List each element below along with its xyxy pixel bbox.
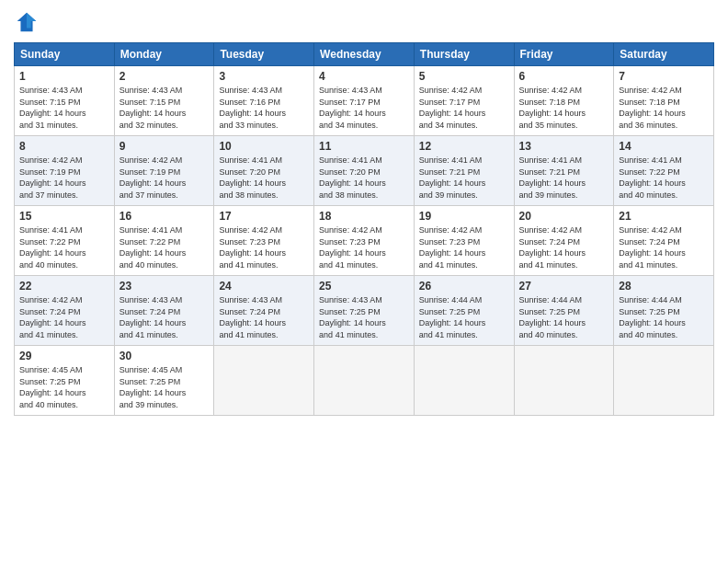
day-number: 2	[119, 70, 210, 83]
day-number: 27	[519, 280, 609, 293]
day-info: Sunrise: 4:43 AM Sunset: 7:15 PM Dayligh…	[119, 85, 210, 131]
calendar-cell: 8Sunrise: 4:42 AM Sunset: 7:19 PM Daylig…	[15, 136, 115, 206]
calendar-cell: 28Sunrise: 4:44 AM Sunset: 7:25 PM Dayli…	[614, 276, 714, 346]
calendar-table: SundayMondayTuesdayWednesdayThursdayFrid…	[14, 42, 714, 416]
day-number: 13	[519, 140, 609, 153]
day-number: 7	[619, 70, 709, 83]
calendar-cell: 7Sunrise: 4:42 AM Sunset: 7:18 PM Daylig…	[614, 66, 714, 136]
day-info: Sunrise: 4:45 AM Sunset: 7:25 PM Dayligh…	[119, 364, 210, 410]
calendar-cell	[414, 346, 514, 416]
calendar-header-row: SundayMondayTuesdayWednesdayThursdayFrid…	[15, 43, 714, 66]
day-number: 20	[519, 210, 609, 223]
day-info: Sunrise: 4:43 AM Sunset: 7:24 PM Dayligh…	[119, 294, 210, 340]
day-number: 3	[219, 70, 309, 83]
calendar-cell: 26Sunrise: 4:44 AM Sunset: 7:25 PM Dayli…	[414, 276, 514, 346]
day-number: 17	[219, 210, 309, 223]
day-info: Sunrise: 4:43 AM Sunset: 7:25 PM Dayligh…	[319, 294, 409, 340]
day-number: 29	[19, 350, 109, 362]
day-number: 23	[119, 280, 210, 293]
day-info: Sunrise: 4:43 AM Sunset: 7:16 PM Dayligh…	[219, 85, 309, 131]
day-number: 6	[519, 70, 609, 83]
day-info: Sunrise: 4:42 AM Sunset: 7:24 PM Dayligh…	[519, 224, 609, 270]
day-info: Sunrise: 4:44 AM Sunset: 7:25 PM Dayligh…	[619, 294, 709, 340]
calendar-cell	[614, 346, 714, 416]
day-info: Sunrise: 4:45 AM Sunset: 7:25 PM Dayligh…	[19, 364, 109, 410]
day-info: Sunrise: 4:42 AM Sunset: 7:23 PM Dayligh…	[219, 224, 309, 270]
day-info: Sunrise: 4:44 AM Sunset: 7:25 PM Dayligh…	[419, 294, 509, 340]
col-header-thursday: Thursday	[414, 43, 514, 66]
day-info: Sunrise: 4:41 AM Sunset: 7:21 PM Dayligh…	[419, 155, 509, 201]
col-header-monday: Monday	[114, 43, 214, 66]
day-info: Sunrise: 4:42 AM Sunset: 7:17 PM Dayligh…	[419, 85, 509, 131]
col-header-friday: Friday	[514, 43, 614, 66]
day-info: Sunrise: 4:44 AM Sunset: 7:25 PM Dayligh…	[519, 294, 609, 340]
day-number: 14	[619, 140, 709, 153]
day-number: 4	[319, 70, 409, 83]
calendar-cell	[314, 346, 415, 416]
day-number: 11	[319, 140, 409, 153]
day-number: 1	[19, 70, 109, 83]
calendar-cell: 3Sunrise: 4:43 AM Sunset: 7:16 PM Daylig…	[214, 66, 314, 136]
day-info: Sunrise: 4:42 AM Sunset: 7:24 PM Dayligh…	[619, 224, 709, 270]
calendar-row-5: 29Sunrise: 4:45 AM Sunset: 7:25 PM Dayli…	[15, 346, 714, 416]
day-info: Sunrise: 4:42 AM Sunset: 7:18 PM Dayligh…	[619, 85, 709, 131]
day-info: Sunrise: 4:43 AM Sunset: 7:24 PM Dayligh…	[219, 294, 309, 340]
calendar-cell: 29Sunrise: 4:45 AM Sunset: 7:25 PM Dayli…	[15, 346, 115, 416]
calendar-row-1: 1Sunrise: 4:43 AM Sunset: 7:15 PM Daylig…	[15, 66, 714, 136]
day-number: 10	[219, 140, 309, 153]
day-number: 19	[419, 210, 509, 223]
calendar-cell: 25Sunrise: 4:43 AM Sunset: 7:25 PM Dayli…	[314, 276, 415, 346]
calendar-cell: 17Sunrise: 4:42 AM Sunset: 7:23 PM Dayli…	[214, 206, 314, 276]
day-number: 16	[119, 210, 210, 223]
day-number: 18	[319, 210, 409, 223]
day-info: Sunrise: 4:42 AM Sunset: 7:24 PM Dayligh…	[19, 294, 109, 340]
calendar-cell: 27Sunrise: 4:44 AM Sunset: 7:25 PM Dayli…	[514, 276, 614, 346]
logo-icon	[14, 9, 40, 35]
day-number: 30	[119, 350, 210, 362]
day-number: 9	[119, 140, 210, 153]
day-number: 26	[419, 280, 509, 293]
day-number: 22	[19, 280, 109, 293]
calendar-cell	[214, 346, 314, 416]
calendar-cell: 1Sunrise: 4:43 AM Sunset: 7:15 PM Daylig…	[15, 66, 115, 136]
day-info: Sunrise: 4:41 AM Sunset: 7:20 PM Dayligh…	[319, 155, 409, 201]
calendar-row-2: 8Sunrise: 4:42 AM Sunset: 7:19 PM Daylig…	[15, 136, 714, 206]
day-info: Sunrise: 4:43 AM Sunset: 7:15 PM Dayligh…	[19, 85, 109, 131]
calendar-cell: 23Sunrise: 4:43 AM Sunset: 7:24 PM Dayli…	[114, 276, 214, 346]
col-header-wednesday: Wednesday	[314, 43, 415, 66]
day-number: 24	[219, 280, 309, 293]
day-number: 15	[19, 210, 109, 223]
calendar-cell: 24Sunrise: 4:43 AM Sunset: 7:24 PM Dayli…	[214, 276, 314, 346]
calendar-row-4: 22Sunrise: 4:42 AM Sunset: 7:24 PM Dayli…	[15, 276, 714, 346]
calendar-cell: 16Sunrise: 4:41 AM Sunset: 7:22 PM Dayli…	[114, 206, 214, 276]
calendar-cell: 21Sunrise: 4:42 AM Sunset: 7:24 PM Dayli…	[614, 206, 714, 276]
calendar-cell: 5Sunrise: 4:42 AM Sunset: 7:17 PM Daylig…	[414, 66, 514, 136]
calendar-cell: 13Sunrise: 4:41 AM Sunset: 7:21 PM Dayli…	[514, 136, 614, 206]
calendar-cell: 14Sunrise: 4:41 AM Sunset: 7:22 PM Dayli…	[614, 136, 714, 206]
calendar-cell: 9Sunrise: 4:42 AM Sunset: 7:19 PM Daylig…	[114, 136, 214, 206]
calendar-cell: 4Sunrise: 4:43 AM Sunset: 7:17 PM Daylig…	[314, 66, 415, 136]
calendar-cell	[514, 346, 614, 416]
page: SundayMondayTuesdayWednesdayThursdayFrid…	[0, 0, 728, 563]
calendar-cell: 15Sunrise: 4:41 AM Sunset: 7:22 PM Dayli…	[15, 206, 115, 276]
col-header-tuesday: Tuesday	[214, 43, 314, 66]
day-info: Sunrise: 4:41 AM Sunset: 7:22 PM Dayligh…	[19, 224, 109, 270]
calendar-cell: 19Sunrise: 4:42 AM Sunset: 7:23 PM Dayli…	[414, 206, 514, 276]
day-info: Sunrise: 4:41 AM Sunset: 7:22 PM Dayligh…	[119, 224, 210, 270]
day-number: 12	[419, 140, 509, 153]
calendar-cell: 30Sunrise: 4:45 AM Sunset: 7:25 PM Dayli…	[114, 346, 214, 416]
day-info: Sunrise: 4:42 AM Sunset: 7:18 PM Dayligh…	[519, 85, 609, 131]
calendar-row-3: 15Sunrise: 4:41 AM Sunset: 7:22 PM Dayli…	[15, 206, 714, 276]
day-info: Sunrise: 4:42 AM Sunset: 7:19 PM Dayligh…	[19, 155, 109, 201]
day-info: Sunrise: 4:42 AM Sunset: 7:23 PM Dayligh…	[319, 224, 409, 270]
day-number: 8	[19, 140, 109, 153]
calendar-cell: 11Sunrise: 4:41 AM Sunset: 7:20 PM Dayli…	[314, 136, 415, 206]
day-info: Sunrise: 4:41 AM Sunset: 7:22 PM Dayligh…	[619, 155, 709, 201]
calendar-cell: 18Sunrise: 4:42 AM Sunset: 7:23 PM Dayli…	[314, 206, 415, 276]
day-number: 25	[319, 280, 409, 293]
calendar-cell: 22Sunrise: 4:42 AM Sunset: 7:24 PM Dayli…	[15, 276, 115, 346]
day-number: 28	[619, 280, 709, 293]
calendar-cell: 20Sunrise: 4:42 AM Sunset: 7:24 PM Dayli…	[514, 206, 614, 276]
day-info: Sunrise: 4:41 AM Sunset: 7:20 PM Dayligh…	[219, 155, 309, 201]
calendar-cell: 12Sunrise: 4:41 AM Sunset: 7:21 PM Dayli…	[414, 136, 514, 206]
